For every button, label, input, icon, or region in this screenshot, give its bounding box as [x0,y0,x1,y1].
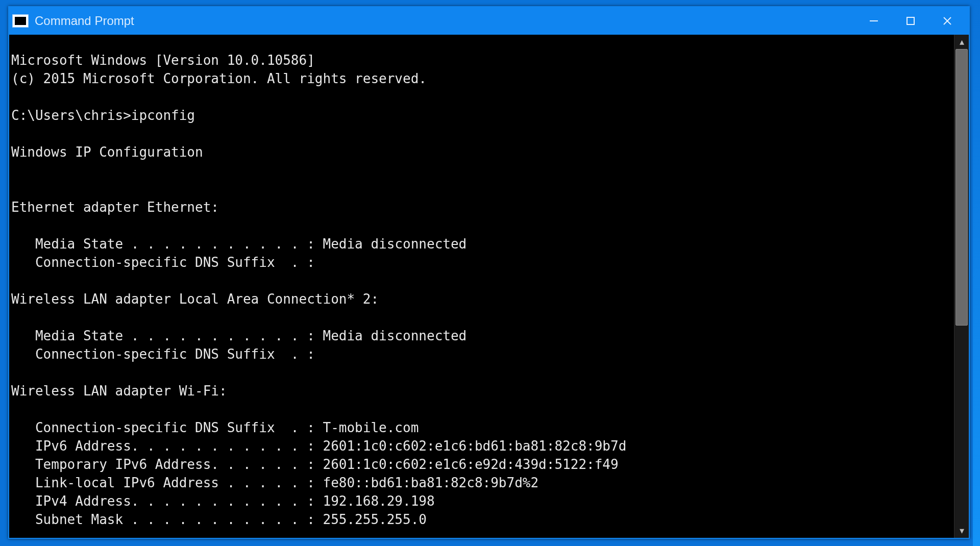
window-title: Command Prompt [35,14,855,28]
window-controls [855,7,966,35]
titlebar[interactable]: Command Prompt [9,7,969,35]
window-body: Microsoft Windows [Version 10.0.10586] (… [9,35,969,538]
svg-rect-1 [907,17,914,24]
maximize-button[interactable] [892,7,929,35]
scroll-up-arrow-icon[interactable]: ▴ [954,35,969,49]
scrollbar-track[interactable] [954,49,969,524]
close-button[interactable] [929,7,966,35]
command-prompt-window: Command Prompt Microsoft Windows [Versio… [8,6,970,539]
terminal-output[interactable]: Microsoft Windows [Version 10.0.10586] (… [9,48,954,525]
minimize-button[interactable] [855,7,892,35]
vertical-scrollbar[interactable]: ▴ ▾ [954,35,969,538]
desktop-background-strip [973,0,980,546]
command-prompt-icon [12,14,29,28]
scroll-down-arrow-icon[interactable]: ▾ [954,524,969,538]
scrollbar-thumb[interactable] [955,49,968,326]
